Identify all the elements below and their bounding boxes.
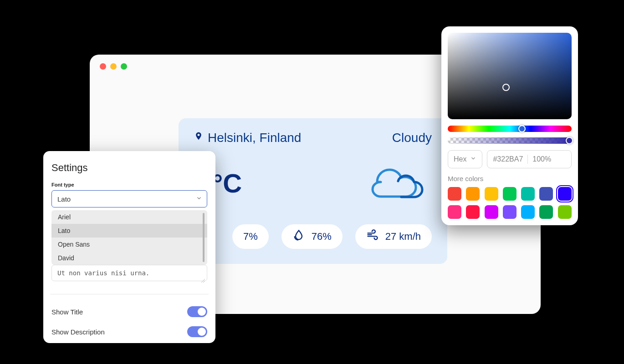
metric-humidity: 76% bbox=[281, 224, 343, 249]
font-select-value: Lato bbox=[57, 195, 71, 203]
weather-temperature: °C bbox=[212, 168, 242, 198]
color-swatch-0[interactable] bbox=[448, 187, 461, 201]
font-preview-input[interactable] bbox=[51, 265, 207, 281]
hue-slider[interactable] bbox=[448, 126, 572, 132]
metric-cloudiness: 7% bbox=[232, 224, 269, 249]
hex-value: #322BA7 bbox=[493, 155, 523, 163]
alpha-value: 100% bbox=[532, 155, 551, 163]
color-swatch-4[interactable] bbox=[521, 187, 535, 201]
settings-panel: Settings Font type Lato Ariel Lato Open … bbox=[43, 151, 215, 343]
color-format-select[interactable]: Hex bbox=[448, 150, 482, 168]
metric-wind-value: 27 km/h bbox=[385, 231, 421, 243]
color-swatch-8[interactable] bbox=[466, 205, 480, 219]
weather-location: Helsinki, Finland bbox=[194, 130, 301, 145]
traffic-light-minimize-icon[interactable] bbox=[110, 63, 117, 70]
weather-condition: Cloudy bbox=[392, 131, 432, 145]
show-description-toggle[interactable] bbox=[187, 326, 207, 337]
location-pin-icon bbox=[194, 130, 203, 145]
color-swatch-13[interactable] bbox=[558, 205, 572, 219]
hue-thumb-icon[interactable] bbox=[518, 125, 526, 132]
alpha-slider[interactable] bbox=[448, 137, 572, 144]
saturation-value-panel[interactable] bbox=[448, 33, 572, 119]
cloud-icon bbox=[367, 162, 426, 204]
chevron-down-icon bbox=[196, 195, 202, 203]
font-option-opensans[interactable]: Open Sans bbox=[51, 238, 207, 251]
font-type-label: Font type bbox=[51, 182, 207, 187]
color-swatch-5[interactable] bbox=[539, 187, 553, 201]
color-swatch-1[interactable] bbox=[466, 187, 480, 201]
color-swatch-7[interactable] bbox=[448, 205, 461, 219]
color-swatch-2[interactable] bbox=[485, 187, 498, 201]
color-swatch-3[interactable] bbox=[503, 187, 517, 201]
metric-wind: 27 km/h bbox=[355, 224, 432, 249]
more-colors-label: More colors bbox=[448, 175, 572, 182]
metric-cloudiness-value: 7% bbox=[243, 231, 258, 243]
font-option-david[interactable]: David bbox=[51, 251, 207, 265]
color-swatches bbox=[448, 187, 572, 219]
sv-cursor-icon[interactable] bbox=[502, 84, 510, 91]
wind-icon bbox=[366, 229, 379, 244]
font-dropdown: Ariel Lato Open Sans David bbox=[51, 210, 207, 265]
traffic-light-zoom-icon[interactable] bbox=[121, 63, 127, 70]
font-option-lato[interactable]: Lato bbox=[51, 224, 207, 238]
divider bbox=[50, 294, 209, 294]
color-swatch-12[interactable] bbox=[539, 205, 553, 219]
color-format-label: Hex bbox=[454, 155, 466, 163]
color-swatch-9[interactable] bbox=[485, 205, 498, 219]
settings-title: Settings bbox=[51, 162, 207, 174]
show-title-toggle[interactable] bbox=[187, 306, 207, 317]
show-description-label: Show Description bbox=[51, 328, 105, 336]
color-picker: Hex #322BA7 100% More colors bbox=[441, 26, 578, 225]
alpha-thumb-icon[interactable] bbox=[566, 137, 573, 144]
chevron-down-icon bbox=[470, 155, 476, 163]
color-swatch-11[interactable] bbox=[521, 205, 535, 219]
resize-handle-icon[interactable] bbox=[201, 277, 205, 281]
dropdown-scrollbar[interactable] bbox=[203, 213, 205, 262]
metric-humidity-value: 76% bbox=[312, 231, 332, 243]
color-swatch-10[interactable] bbox=[503, 205, 517, 219]
color-value-field[interactable]: #322BA7 100% bbox=[487, 150, 572, 168]
color-swatch-6[interactable] bbox=[558, 187, 572, 201]
font-option-ariel[interactable]: Ariel bbox=[51, 210, 207, 224]
location-text: Helsinki, Finland bbox=[208, 131, 301, 145]
traffic-light-close-icon[interactable] bbox=[100, 63, 106, 70]
weather-card: Helsinki, Finland Cloudy °C 7% 76% bbox=[179, 118, 447, 264]
show-title-label: Show Title bbox=[51, 308, 83, 316]
value-divider bbox=[527, 155, 528, 164]
humidity-icon bbox=[292, 229, 305, 244]
font-select[interactable]: Lato bbox=[51, 190, 207, 207]
